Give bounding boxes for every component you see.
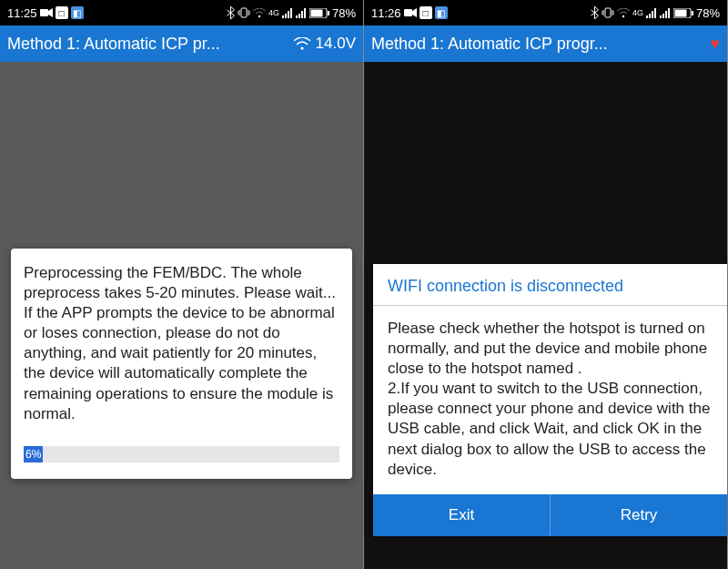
progress-percent: 6% — [25, 446, 41, 462]
wifi-dialog: WIFI connection is disconnected Please c… — [373, 264, 727, 536]
clock: 11:25 — [7, 6, 37, 20]
signal-2-icon — [660, 8, 671, 18]
svg-rect-8 — [605, 8, 611, 17]
svg-rect-12 — [692, 11, 693, 15]
wifi-weak-icon — [253, 8, 266, 18]
app-header: Method 1: Automatic ICP progr... ♥ — [364, 25, 727, 62]
svg-rect-11 — [674, 9, 686, 16]
net-4g-icon: 4G — [632, 9, 643, 17]
status-right: 4G 78% — [227, 6, 356, 20]
dialog-title: WIFI connection is disconnected — [373, 264, 727, 306]
bluetooth-icon — [227, 6, 235, 19]
vibrate-icon — [602, 7, 614, 18]
app-header: Method 1: Automatic ICP pr... 14.0V — [0, 25, 363, 62]
header-right: ♥ — [710, 35, 720, 54]
net-4g-icon: 4G — [268, 9, 279, 17]
wifi-weak-icon — [617, 8, 630, 18]
vibrate-icon — [238, 7, 250, 18]
progress-bar: 6% — [24, 446, 339, 462]
dialog-button-row: Exit Retry — [373, 494, 727, 536]
phone-left: 11:25 □ ◧ 4G — [0, 0, 364, 569]
battery-icon — [309, 8, 329, 18]
video-icon — [40, 8, 53, 17]
page-title: Method 1: Automatic ICP pr... — [7, 35, 294, 54]
svg-rect-0 — [40, 9, 48, 16]
clock: 11:26 — [371, 6, 401, 20]
battery-icon — [673, 8, 693, 18]
retry-button[interactable]: Retry — [551, 494, 727, 536]
battery-percent: 78% — [696, 6, 720, 20]
content-area: Preprocessing the FEM/BDC. The whole pre… — [0, 62, 363, 569]
signal-1-icon — [282, 8, 293, 18]
status-bar: 11:25 □ ◧ 4G — [0, 0, 363, 25]
status-left: 11:26 □ ◧ — [371, 6, 448, 20]
dialog-body-text: Preprocessing the FEM/BDC. The whole pre… — [24, 263, 339, 424]
status-right: 4G 78% — [591, 6, 720, 20]
svg-rect-1 — [241, 8, 247, 17]
svg-rect-7 — [404, 9, 412, 16]
phone-right: 11:26 □ ◧ 4G — [364, 0, 728, 569]
progress-dialog: Preprocessing the FEM/BDC. The whole pre… — [11, 249, 352, 479]
dialog-body-text: Please check whether the hotspot is turn… — [373, 306, 727, 494]
app-badge-blue-icon: ◧ — [71, 6, 84, 19]
svg-point-2 — [258, 15, 260, 16]
svg-rect-4 — [310, 9, 322, 16]
wifi-icon — [294, 37, 310, 50]
header-right: 14.0V — [294, 35, 356, 53]
status-bar: 11:26 □ ◧ 4G — [364, 0, 727, 25]
exit-button[interactable]: Exit — [373, 494, 551, 536]
svg-point-9 — [622, 15, 624, 16]
page-title: Method 1: Automatic ICP progr... — [371, 35, 710, 54]
battery-percent: 78% — [332, 6, 356, 20]
bluetooth-icon — [591, 6, 599, 19]
status-left: 11:25 □ ◧ — [7, 6, 84, 20]
content-area: WIFI connection is disconnected Please c… — [364, 62, 727, 569]
svg-point-6 — [300, 46, 303, 49]
signal-1-icon — [646, 8, 657, 18]
svg-rect-5 — [328, 11, 329, 15]
video-icon — [404, 8, 417, 17]
app-badge-blue-icon: ◧ — [435, 6, 448, 19]
signal-2-icon — [296, 8, 307, 18]
voltage-readout: 14.0V — [316, 35, 356, 53]
heart-icon[interactable]: ♥ — [710, 35, 720, 54]
app-badge-icon: □ — [56, 6, 68, 19]
app-badge-icon: □ — [420, 6, 432, 19]
